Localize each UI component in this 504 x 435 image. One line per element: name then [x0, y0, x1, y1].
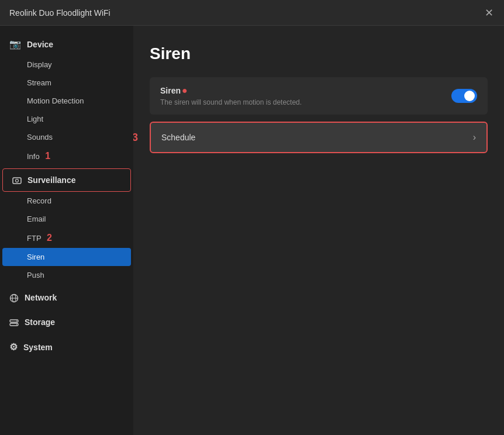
surveillance-icon: [12, 175, 22, 185]
sidebar-item-record[interactable]: Record: [2, 192, 131, 210]
toggle-slider: [451, 89, 477, 103]
annotation-2: 2: [47, 233, 52, 243]
sidebar-section-storage: Storage: [0, 311, 133, 333]
siren-label-row: Siren●: [160, 85, 302, 96]
sidebar-surveillance-label: Surveillance: [27, 175, 76, 185]
sidebar-header-device[interactable]: 📷 Device: [0, 33, 133, 56]
siren-label-group: Siren● The siren will sound when motion …: [160, 85, 302, 106]
page-title: Siren: [150, 44, 488, 63]
schedule-wrapper: 3 Schedule ›: [150, 122, 488, 153]
sidebar-header-system[interactable]: ⚙ System: [0, 336, 133, 358]
sidebar-item-stream[interactable]: Stream: [2, 74, 131, 92]
svg-point-1: [16, 179, 19, 182]
sidebar-header-network[interactable]: Network: [0, 286, 133, 309]
siren-description: The siren will sound when motion is dete…: [160, 98, 302, 106]
siren-label: Siren: [160, 86, 181, 95]
content-area: Siren Siren● The siren will sound when m…: [133, 26, 504, 435]
svg-rect-0: [13, 178, 21, 184]
storage-icon: [9, 317, 19, 327]
main-layout: 📷 Device Display Stream Motion Detection…: [0, 26, 504, 435]
sidebar-network-label: Network: [25, 293, 57, 302]
svg-point-8: [16, 324, 18, 325]
schedule-card: Schedule ›: [150, 122, 488, 153]
siren-setting-card: Siren● The siren will sound when motion …: [150, 77, 488, 115]
sidebar-section-system: ⚙ System: [0, 336, 133, 358]
sidebar-device-label: Device: [27, 40, 53, 49]
sidebar-header-surveillance[interactable]: Surveillance: [2, 168, 131, 192]
sidebar: 📷 Device Display Stream Motion Detection…: [0, 26, 133, 435]
sidebar-system-label: System: [23, 343, 53, 352]
system-icon: ⚙: [9, 341, 18, 353]
window-title: Reolink Duo Floodlight WiFi: [9, 8, 111, 18]
chevron-right-icon: ›: [473, 132, 476, 143]
svg-point-7: [16, 320, 18, 322]
annotation-3: 3: [133, 132, 138, 144]
siren-setting-row: Siren● The siren will sound when motion …: [160, 85, 477, 106]
sidebar-item-push[interactable]: Push: [2, 266, 131, 284]
sidebar-item-email[interactable]: Email: [2, 210, 131, 228]
sidebar-item-info[interactable]: Info 1: [2, 146, 131, 166]
sidebar-item-light[interactable]: Light: [2, 110, 131, 128]
siren-dot: ●: [182, 85, 188, 95]
annotation-1: 1: [45, 151, 50, 161]
sidebar-section-network: Network: [0, 286, 133, 309]
device-icon: 📷: [9, 39, 21, 50]
sidebar-item-display[interactable]: Display: [2, 56, 131, 74]
schedule-row[interactable]: Schedule ›: [151, 123, 486, 152]
sidebar-item-motion-detection[interactable]: Motion Detection: [2, 92, 131, 110]
network-icon: [9, 292, 19, 303]
sidebar-storage-label: Storage: [25, 317, 55, 327]
sidebar-section-device: 📷 Device Display Stream Motion Detection…: [0, 33, 133, 166]
close-button[interactable]: ✕: [483, 7, 495, 19]
schedule-label: Schedule: [161, 133, 195, 142]
sidebar-header-storage[interactable]: Storage: [0, 311, 133, 333]
sidebar-section-surveillance: Surveillance Record Email FTP 2 Siren Pu…: [0, 168, 133, 284]
sidebar-item-siren[interactable]: Siren: [2, 248, 131, 266]
sidebar-item-sounds[interactable]: Sounds: [2, 128, 131, 146]
sidebar-item-ftp[interactable]: FTP 2: [2, 228, 131, 248]
title-bar: Reolink Duo Floodlight WiFi ✕: [0, 0, 504, 26]
siren-toggle[interactable]: [451, 89, 477, 103]
